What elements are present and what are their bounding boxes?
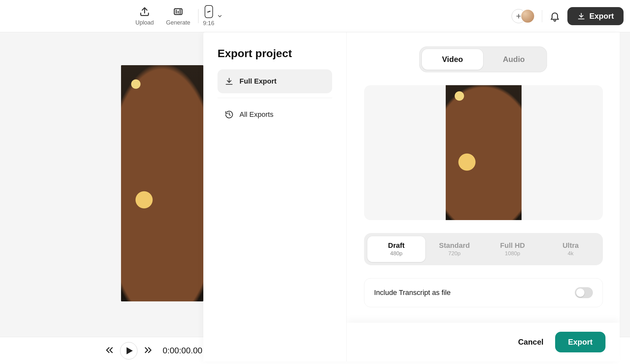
rewind-button[interactable] — [105, 345, 114, 356]
tab-audio[interactable]: Audio — [483, 49, 544, 70]
quality-sublabel: 720p — [448, 250, 461, 257]
play-icon — [124, 346, 134, 356]
current-time: 0:00:00.00 — [163, 346, 202, 355]
export-panel: Export project Full Export All Exports V… — [203, 32, 620, 361]
export-preview — [364, 85, 603, 220]
quality-sublabel: 4k — [568, 250, 574, 257]
download-icon — [225, 77, 234, 86]
export-panel-title: Export project — [218, 47, 332, 60]
generate-label: Generate — [166, 19, 190, 26]
quality-label: Draft — [388, 241, 404, 250]
collaborators[interactable]: + — [512, 8, 535, 24]
export-type-tabs: Video Audio — [419, 46, 547, 72]
confirm-export-button[interactable]: Export — [555, 332, 605, 352]
quality-option-draft[interactable]: Draft 480p — [367, 236, 425, 262]
upload-icon — [139, 6, 150, 17]
include-transcript-row: Include Transcript as file — [364, 278, 603, 307]
sidebar-item-label: All Exports — [239, 110, 273, 119]
include-transcript-label: Include Transcript as file — [374, 288, 451, 297]
quality-label: Full HD — [500, 241, 525, 250]
sidebar-item-label: Full Export — [239, 77, 277, 86]
rewind-icon — [105, 345, 114, 355]
quality-option-standard[interactable]: Standard 720p — [425, 236, 483, 262]
quality-option-ultra[interactable]: Ultra 4k — [542, 236, 600, 262]
play-button[interactable] — [120, 342, 137, 359]
quality-option-fullhd[interactable]: Full HD 1080p — [483, 236, 542, 262]
cancel-button[interactable]: Cancel — [515, 333, 547, 351]
quality-label: Standard — [439, 241, 470, 250]
sidebar-divider — [218, 98, 332, 98]
avatar — [521, 9, 535, 23]
include-transcript-toggle[interactable] — [575, 287, 593, 298]
sidebar-item-all-exports[interactable]: All Exports — [218, 103, 332, 126]
cancel-label: Cancel — [518, 338, 544, 346]
confirm-label: Export — [568, 338, 593, 346]
history-icon — [225, 110, 234, 119]
quality-selector: Draft 480p Standard 720p Full HD 1080p U… — [364, 233, 603, 265]
download-icon — [577, 12, 585, 20]
fast-forward-icon — [143, 345, 153, 355]
aspect-ratio-label: 9:16 — [203, 20, 214, 27]
fast-forward-button[interactable] — [143, 345, 153, 356]
generate-button[interactable]: Generate — [163, 3, 194, 29]
quality-label: Ultra — [563, 241, 579, 250]
svg-marker-1 — [127, 348, 133, 354]
aspect-ratio-button[interactable]: 9:16 — [203, 5, 223, 27]
tab-video[interactable]: Video — [422, 49, 483, 70]
upload-button[interactable]: Upload — [129, 3, 160, 29]
export-button[interactable]: Export — [567, 7, 624, 25]
chevron-down-icon — [217, 13, 223, 19]
tab-label: Audio — [503, 55, 525, 64]
quality-sublabel: 1080p — [505, 250, 520, 257]
preview-thumbnail — [446, 85, 522, 220]
tab-label: Video — [442, 55, 463, 64]
top-toolbar: Upload Generate 9:16 + Export — [0, 0, 630, 32]
aspect-ratio-icon — [205, 5, 213, 18]
quality-sublabel: 480p — [390, 250, 402, 257]
toolbar-divider — [542, 10, 542, 22]
video-thumbnail — [121, 65, 203, 301]
sidebar-item-full-export[interactable]: Full Export — [218, 69, 332, 93]
video-preview[interactable] — [121, 65, 203, 301]
export-footer: Cancel Export — [347, 323, 620, 361]
upload-label: Upload — [135, 19, 154, 26]
generate-icon — [172, 6, 184, 17]
export-main: Video Audio Draft 480p Standard 720p Ful… — [347, 32, 620, 361]
toolbar-divider — [198, 9, 198, 23]
export-sidebar: Export project Full Export All Exports — [203, 32, 347, 361]
export-button-label: Export — [589, 12, 614, 21]
notifications-icon[interactable] — [549, 11, 560, 22]
